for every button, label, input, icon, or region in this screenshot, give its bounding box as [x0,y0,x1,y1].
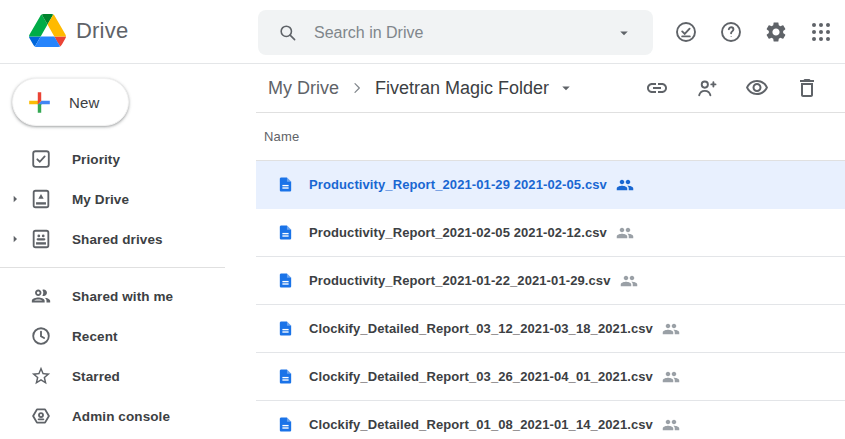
shared-with-me-icon [30,285,52,307]
sidebar-item-shared-drives[interactable]: Shared drives [0,219,256,259]
file-row[interactable]: Clockify_Detailed_Report_03_12_2021-03_1… [256,305,845,353]
sidebar-item-admin-console[interactable]: Admin console [0,396,256,436]
column-header-name[interactable]: Name [264,129,299,144]
new-button-label: New [69,94,100,111]
csv-file-icon [277,176,294,193]
list-header[interactable]: Name [256,113,845,161]
offline-status-icon[interactable] [674,20,698,44]
drive-triangle-icon [29,14,66,47]
sidebar-item-label: Admin console [72,409,170,424]
header-icons [653,20,833,44]
sidebar-item-priority[interactable]: Priority [0,139,256,179]
sidebar: New Priority [0,64,256,439]
file-name: Productivity_Report_2021-01-29 2021-02-0… [309,177,607,192]
admin-console-icon [30,405,52,427]
shared-people-icon [616,224,634,242]
search-icon[interactable] [278,23,297,42]
file-name: Productivity_Report_2021-01-22_2021-01-2… [309,273,611,288]
sidebar-divider [0,267,225,268]
recent-clock-icon [30,325,52,347]
sidebar-item-my-drive[interactable]: My Drive [0,179,256,219]
file-name: Clockify_Detailed_Report_03_26_2021-04_0… [309,369,653,384]
file-name: Clockify_Detailed_Report_03_12_2021-03_1… [309,321,653,336]
breadcrumb-current[interactable]: Fivetran Magic Folder [375,78,549,99]
breadcrumb-parent[interactable]: My Drive [268,78,339,99]
search-input[interactable] [314,24,615,42]
chevron-right-icon [349,80,365,96]
file-row[interactable]: Productivity_Report_2021-01-29 2021-02-0… [256,161,845,209]
toolbar-actions [619,76,819,100]
sidebar-item-label: Shared with me [72,289,173,304]
file-row[interactable]: Productivity_Report_2021-01-22_2021-01-2… [256,257,845,305]
sidebar-item-recent[interactable]: Recent [0,316,256,356]
starred-star-icon [30,365,52,387]
search-options-caret-icon[interactable] [615,24,633,42]
shared-people-icon [662,368,680,386]
get-link-icon[interactable] [645,76,669,100]
file-rows: Productivity_Report_2021-01-29 2021-02-0… [256,161,845,439]
sidebar-item-label: Recent [72,329,118,344]
file-row[interactable]: Productivity_Report_2021-02-05 2021-02-1… [256,209,845,257]
person-add-icon[interactable] [695,76,719,100]
file-name: Productivity_Report_2021-02-05 2021-02-1… [309,225,607,240]
csv-file-icon [277,320,294,337]
google-drive-app: Drive [0,0,845,439]
apps-grid-icon[interactable] [809,20,833,44]
file-row[interactable]: Clockify_Detailed_Report_03_26_2021-04_0… [256,353,845,401]
sidebar-item-shared-with-me[interactable]: Shared with me [0,276,256,316]
sidebar-item-label: Priority [72,152,120,167]
shared-people-icon [662,416,680,434]
csv-file-icon [277,272,294,289]
trash-icon[interactable] [795,76,819,100]
file-row[interactable]: Clockify_Detailed_Report_01_08_2021-01_1… [256,401,845,439]
csv-file-icon [277,368,294,385]
help-icon[interactable] [719,20,743,44]
plus-icon [24,87,55,118]
expand-arrow-icon[interactable] [7,231,23,247]
folder-menu-caret-icon[interactable] [557,79,575,97]
sidebar-item-label: Shared drives [72,232,163,247]
folder-toolbar: My Drive Fivetran Magic Folder [256,64,845,113]
app-name: Drive [76,18,128,44]
settings-gear-icon[interactable] [764,20,788,44]
csv-file-icon [277,224,294,241]
shared-people-icon [620,272,638,290]
sidebar-item-label: Starred [72,369,120,384]
shared-drives-icon [30,228,52,250]
priority-icon [30,148,52,170]
csv-file-icon [277,416,294,433]
search-bar[interactable] [258,10,653,55]
preview-eye-icon[interactable] [745,76,769,100]
drive-logo[interactable]: Drive [29,14,128,47]
new-button[interactable]: New [12,78,129,126]
my-drive-icon [30,188,52,210]
sidebar-item-label: My Drive [72,192,129,207]
file-name: Clockify_Detailed_Report_01_08_2021-01_1… [309,417,653,432]
expand-arrow-icon[interactable] [7,191,23,207]
shared-people-icon [616,176,634,194]
sidebar-nav: Priority My Drive [0,139,256,436]
main-content: My Drive Fivetran Magic Folder [256,64,845,439]
shared-people-icon [662,320,680,338]
top-header: Drive [0,0,845,64]
sidebar-item-starred[interactable]: Starred [0,356,256,396]
